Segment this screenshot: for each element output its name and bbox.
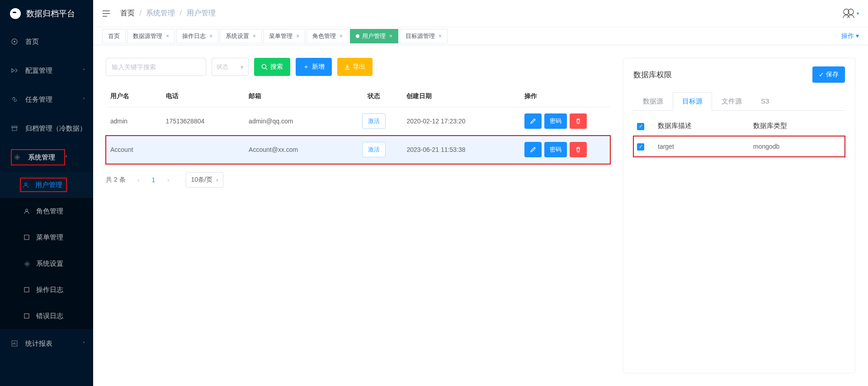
- page-size-select[interactable]: 10条/页 ▾: [186, 172, 223, 188]
- sidebar-item-label: 统计报表: [25, 339, 83, 348]
- sidebar-item[interactable]: 系统管理˄: [0, 143, 93, 172]
- cell-email: admin@qq.com: [244, 107, 345, 136]
- breadcrumb-item[interactable]: 用户管理: [187, 9, 216, 17]
- app-logo: 数据归档平台: [0, 0, 93, 27]
- export-button[interactable]: 导出: [337, 58, 373, 76]
- sidebar-subitem[interactable]: 用户管理: [0, 172, 93, 198]
- search-input[interactable]: [106, 58, 206, 76]
- permission-subtab[interactable]: 文件源: [712, 92, 751, 111]
- edit-button[interactable]: [524, 113, 542, 129]
- sidebar-item[interactable]: 统计报表˅: [0, 329, 93, 358]
- column-header: 电话: [161, 86, 245, 107]
- tab-label: 用户管理: [362, 32, 386, 40]
- tabs-ops-dropdown[interactable]: 操作 ▾: [841, 32, 868, 40]
- sidebar-subitem-label: 角色管理: [36, 207, 63, 216]
- breadcrumb-home[interactable]: 首页: [120, 9, 135, 17]
- tab[interactable]: 用户管理×: [350, 29, 398, 43]
- avatar-icon: [842, 7, 855, 20]
- close-icon[interactable]: ×: [439, 33, 442, 39]
- pagination: 共 2 条 ‹ 1 › 10条/页 ▾: [106, 172, 610, 188]
- sidebar-subitem[interactable]: 错误日志: [0, 303, 93, 329]
- sidebar-subitem[interactable]: 系统设置: [0, 250, 93, 277]
- sidebar: 数据归档平台 首页配置管理˅任务管理˅归档管理（冷数据）系统管理˄用户管理角色管…: [0, 0, 93, 386]
- svg-rect-10: [24, 314, 29, 318]
- page-size-label: 10条/页: [191, 176, 212, 184]
- sidebar-subitem[interactable]: 操作日志: [0, 277, 93, 303]
- cell-phone: [161, 136, 245, 164]
- chevron-down-icon: ˅: [83, 97, 85, 102]
- permissions-panel: 数据库权限 ✓ 保存 数据源目标源文件源S3 ✓ 数据库描述 数据库类型 ✓ta…: [623, 58, 855, 373]
- close-icon[interactable]: ×: [389, 33, 392, 39]
- breadcrumb-item[interactable]: 系统管理: [146, 9, 175, 17]
- tab[interactable]: 菜单管理×: [263, 29, 305, 43]
- tab[interactable]: 操作日志×: [176, 29, 218, 43]
- status-button[interactable]: 激活: [362, 142, 386, 157]
- trash-icon: [575, 118, 581, 124]
- close-icon[interactable]: ×: [296, 33, 299, 39]
- permission-row[interactable]: ✓targetmongodb: [633, 136, 845, 157]
- prev-page-button[interactable]: ‹: [132, 173, 146, 187]
- column-header: 用户名: [106, 86, 161, 107]
- sidebar-item[interactable]: 归档管理（冷数据）: [0, 114, 93, 143]
- sidebar-subitem-label: 菜单管理: [36, 233, 63, 242]
- sub-icon: [23, 182, 29, 188]
- table-row[interactable]: admin17513628804admin@qq.com激活2020-02-12…: [106, 107, 610, 136]
- sidebar-item[interactable]: 任务管理˅: [0, 85, 93, 114]
- sliders-icon: [11, 67, 18, 74]
- permission-table: ✓ 数据库描述 数据库类型 ✓targetmongodb: [633, 116, 845, 157]
- page-body: 状态 ▾ 搜索 ＋ 新增 导出 用户名电话邮箱状态创建日期操作 ad: [93, 45, 868, 386]
- page-number[interactable]: 1: [152, 176, 156, 184]
- tab[interactable]: 首页: [102, 29, 126, 43]
- password-button[interactable]: 密码: [544, 142, 567, 157]
- edit-button[interactable]: [524, 142, 542, 157]
- sub-icon: [24, 208, 30, 214]
- permission-subtab[interactable]: 数据源: [633, 92, 673, 111]
- sidebar-subitem-label: 操作日志: [36, 286, 63, 294]
- row-checkbox[interactable]: ✓: [637, 143, 644, 151]
- cell-username: Account: [106, 136, 161, 164]
- sub-icon: [24, 313, 30, 319]
- chevron-down-icon: ▾: [216, 178, 218, 183]
- tab[interactable]: 系统设置×: [220, 29, 262, 43]
- add-button[interactable]: ＋ 新增: [296, 58, 332, 76]
- sidebar-subitem[interactable]: 菜单管理: [0, 224, 93, 250]
- tab[interactable]: 数据源管理×: [127, 29, 175, 43]
- close-icon[interactable]: ×: [209, 33, 212, 39]
- delete-button[interactable]: [570, 113, 587, 129]
- permission-subtab[interactable]: S3: [751, 92, 778, 111]
- active-dot-icon: [356, 34, 359, 38]
- tab[interactable]: 目标源管理×: [400, 29, 448, 43]
- close-icon[interactable]: ×: [253, 33, 256, 39]
- close-icon[interactable]: ×: [166, 33, 169, 39]
- pagination-total: 共 2 条: [106, 176, 126, 184]
- close-icon[interactable]: ×: [340, 33, 343, 39]
- save-button[interactable]: ✓ 保存: [812, 66, 845, 83]
- panel-title: 数据库权限: [633, 70, 672, 80]
- password-button[interactable]: 密码: [544, 113, 567, 129]
- sidebar-subitem[interactable]: 角色管理: [0, 198, 93, 224]
- tabs-ops-label: 操作: [841, 32, 854, 39]
- next-page-button[interactable]: ›: [161, 173, 175, 187]
- users-table: 用户名电话邮箱状态创建日期操作 admin17513628804admin@qq…: [106, 86, 610, 164]
- search-button[interactable]: 搜索: [254, 58, 290, 76]
- status-select[interactable]: 状态 ▾: [212, 58, 249, 76]
- tab[interactable]: 角色管理×: [307, 29, 349, 43]
- download-icon: [344, 64, 350, 70]
- svg-rect-3: [12, 127, 17, 131]
- user-menu[interactable]: ▾: [842, 7, 859, 20]
- tab-label: 角色管理: [312, 32, 336, 40]
- sidebar-item[interactable]: 配置管理˅: [0, 56, 93, 85]
- permission-subtab[interactable]: 目标源: [673, 92, 712, 111]
- table-row[interactable]: AccountAccount@xx.com激活2023-06-21 11:53:…: [106, 136, 610, 164]
- panel-header: 数据库权限 ✓ 保存: [633, 66, 845, 83]
- delete-button[interactable]: [570, 142, 587, 157]
- status-button[interactable]: 激活: [362, 113, 386, 129]
- save-button-label: 保存: [826, 71, 839, 79]
- svg-point-14: [262, 65, 266, 69]
- sidebar-item[interactable]: 首页: [0, 27, 93, 56]
- select-all-checkbox[interactable]: ✓: [637, 123, 644, 130]
- chevron-up-icon: ˄: [65, 155, 67, 160]
- status-placeholder: 状态: [217, 63, 228, 71]
- hamburger-icon[interactable]: [102, 9, 110, 18]
- cell-date: 2023-06-21 11:53:38: [402, 136, 520, 164]
